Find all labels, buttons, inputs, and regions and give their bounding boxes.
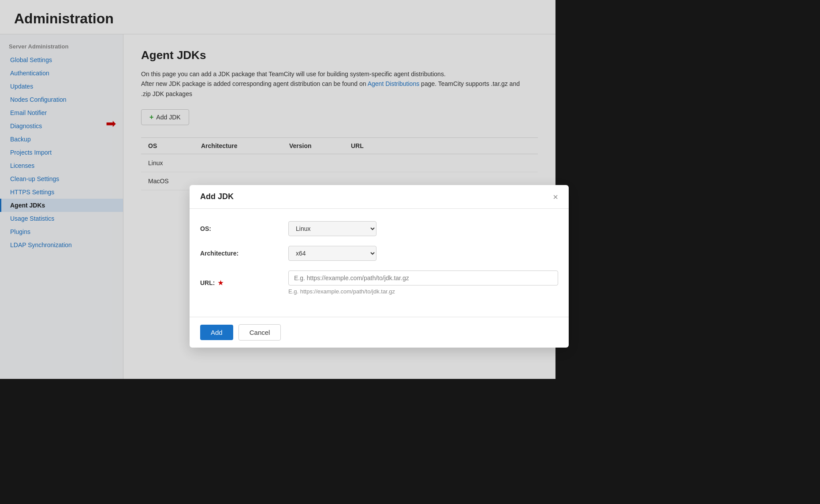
url-label: URL: ★ (200, 279, 288, 286)
url-input[interactable] (288, 271, 558, 285)
modal-body: OS: LinuxMacOSWindows Architecture: x64x… (190, 209, 569, 317)
url-field-row: URL: ★ E.g. https://example.com/path/to/… (200, 271, 558, 295)
description-line1: On this page you can add a JDK package t… (141, 70, 446, 78)
arrow-to-button: ➡ (106, 116, 116, 131)
section-heading: Agent JDKs (141, 48, 538, 62)
cell-os: Linux (141, 154, 194, 172)
sidebar-item-projects-import[interactable]: Projects Import (0, 146, 123, 159)
sidebar-item-backup[interactable]: Backup (0, 133, 123, 146)
col-architecture: Architecture (194, 138, 282, 154)
sidebar-item-ldap-synchronization[interactable]: LDAP Synchronization (0, 238, 123, 252)
sidebar-section-label: Server Administration (0, 43, 123, 53)
sidebar-item-licenses[interactable]: Licenses (0, 159, 123, 172)
page-header: Administration (0, 0, 555, 34)
modal-close-button[interactable]: × (553, 193, 558, 201)
sidebar-item-usage-statistics[interactable]: Usage Statistics (0, 212, 123, 225)
modal-header: Add JDK × (190, 185, 569, 209)
sidebar-item-global-settings[interactable]: Global Settings (0, 53, 123, 67)
page-title: Administration (14, 11, 541, 27)
os-select[interactable]: LinuxMacOSWindows (288, 221, 376, 236)
col-version: Version (282, 138, 344, 154)
cancel-button[interactable]: Cancel (239, 324, 281, 341)
sidebar-item-plugins[interactable]: Plugins (0, 225, 123, 238)
modal-title: Add JDK (200, 192, 234, 201)
sidebar: Server Administration Global SettingsAut… (0, 34, 123, 379)
os-control-wrapper: LinuxMacOSWindows (288, 221, 558, 236)
sidebar-item-updates[interactable]: Updates (0, 80, 123, 93)
sidebar-item-nodes-configuration[interactable]: Nodes Configuration (0, 93, 123, 106)
url-control-wrapper: E.g. https://example.com/path/to/jdk.tar… (288, 271, 558, 295)
description-line2: After new JDK package is added correspon… (141, 80, 368, 87)
architecture-control-wrapper: x64x86arm64 (288, 246, 558, 261)
sidebar-item-diagnostics[interactable]: Diagnostics (0, 119, 123, 133)
add-jdk-button[interactable]: + Add JDK (141, 109, 189, 125)
architecture-label: Architecture: (200, 250, 288, 257)
architecture-field-row: Architecture: x64x86arm64 (200, 246, 558, 261)
add-button[interactable]: Add (200, 325, 233, 340)
cell-architecture (194, 154, 282, 172)
sidebar-item-clean-up-settings[interactable]: Clean-up Settings (0, 172, 123, 185)
sidebar-item-email-notifier[interactable]: Email Notifier (0, 106, 123, 119)
sidebar-item-authentication[interactable]: Authentication (0, 67, 123, 80)
plus-icon: + (149, 113, 153, 121)
os-field-row: OS: LinuxMacOSWindows (200, 221, 558, 236)
cell-url (344, 154, 538, 172)
url-required-indicator: ★ (218, 279, 224, 286)
cell-os: MacOS (141, 172, 194, 190)
col-url: URL (344, 138, 538, 154)
architecture-select[interactable]: x64x86arm64 (288, 246, 376, 261)
modal-footer: Add Cancel (190, 317, 569, 348)
sidebar-item-agent-jdks[interactable]: Agent JDKs (0, 199, 123, 212)
description: On this page you can add a JDK package t… (141, 69, 520, 99)
sidebar-item-https-settings[interactable]: HTTPS Settings (0, 185, 123, 199)
url-hint: E.g. https://example.com/path/to/jdk.tar… (288, 288, 558, 295)
jdk-table: OS Architecture Version URL LinuxMacOS (141, 137, 538, 190)
cell-version (282, 154, 344, 172)
table-row: Linux (141, 154, 538, 172)
col-os: OS (141, 138, 194, 154)
add-jdk-modal: Add JDK × OS: LinuxMacOSWindows Architec… (190, 185, 569, 348)
os-label: OS: (200, 225, 288, 232)
agent-distributions-link[interactable]: Agent Distributions (368, 80, 420, 87)
add-jdk-label: Add JDK (156, 114, 180, 121)
